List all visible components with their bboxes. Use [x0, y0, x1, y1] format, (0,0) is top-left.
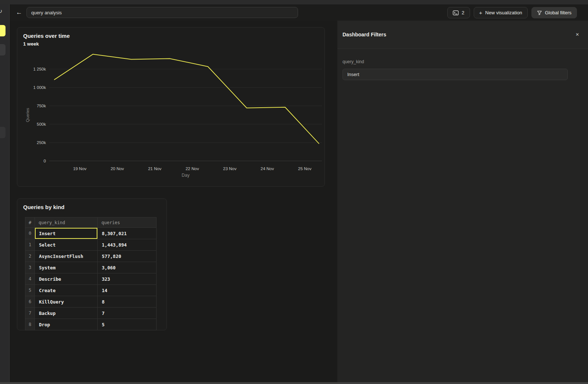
x-tick-label: 23 Nov: [223, 166, 237, 171]
row-index: 7: [25, 308, 35, 319]
filter-field-label: query_kind: [343, 59, 583, 64]
x-tick-label: 25 Nov: [298, 166, 312, 171]
global-filters-button[interactable]: Global filters: [531, 7, 577, 18]
dashboard-title-input[interactable]: [26, 7, 298, 18]
sidebar-item-active[interactable]: [0, 25, 6, 36]
close-icon[interactable]: ✕: [576, 32, 579, 37]
console-tab-count: 2: [462, 10, 464, 15]
new-visualization-button[interactable]: + New visualization: [474, 7, 528, 18]
cell-queries[interactable]: 323: [98, 273, 157, 285]
cell-query-kind[interactable]: Drop: [35, 319, 98, 330]
filter-funnel-icon: [537, 10, 542, 15]
table-panel-queries-by-kind: Queries by kind #query_kindqueries 0Inse…: [17, 198, 167, 330]
table-row: 4Describe323: [25, 273, 157, 285]
x-tick-label: 20 Nov: [111, 166, 124, 171]
table-row: 3System3,060: [25, 262, 157, 273]
y-tick-label: 250k: [37, 140, 46, 145]
row-index: 0: [25, 228, 35, 239]
dashboard-filters-panel: Dashboard Filters ✕ query_kind: [337, 21, 588, 382]
filters-panel-body: query_kind: [337, 49, 588, 90]
y-tick-label: 0: [44, 159, 46, 163]
y-tick-label: 1 000k: [33, 85, 46, 90]
sidebar-sliver: ↻: [0, 4, 10, 382]
row-index: 5: [25, 285, 35, 296]
table-row: 2AsyncInsertFlush577,820: [25, 251, 157, 262]
window-bottom-edge: [0, 382, 588, 384]
table-row: 5Create14: [25, 285, 157, 296]
row-index: 6: [25, 296, 35, 308]
chart-panel-queries-over-time: Queries over time 1 week 0250k500k750k1 …: [17, 27, 325, 187]
cell-queries[interactable]: 1,443,894: [98, 239, 157, 251]
console-icon: [453, 10, 459, 15]
x-tick-label: 24 Nov: [261, 166, 274, 171]
cell-queries[interactable]: 3,060: [98, 262, 157, 273]
topbar-actions: 2 + New visualization Global filters: [447, 7, 577, 18]
row-index: 1: [25, 239, 35, 251]
queries-line-chart[interactable]: 0250k500k750k1 000k1 250k19 Nov20 Nov21 …: [17, 28, 325, 186]
dashboard-canvas: Queries over time 1 week 0250k500k750k1 …: [10, 21, 337, 382]
column-header-index: #: [25, 218, 35, 228]
cell-queries[interactable]: 5: [98, 319, 157, 330]
x-tick-label: 19 Nov: [73, 166, 87, 171]
table-row: 6KillQuery8: [25, 296, 157, 308]
row-index: 8: [25, 319, 35, 330]
cell-queries[interactable]: 8: [98, 296, 157, 308]
cell-queries[interactable]: 8,307,021: [98, 228, 157, 239]
cell-query-kind[interactable]: Select: [35, 239, 98, 251]
history-refresh-icon[interactable]: ↻: [0, 8, 2, 14]
plus-icon: +: [479, 10, 483, 15]
results-table: #query_kindqueries 0Insert8,307,0211Sele…: [25, 217, 157, 330]
filters-panel-header: Dashboard Filters ✕: [337, 21, 588, 49]
table-header-row: #query_kindqueries: [25, 218, 157, 228]
cell-query-kind[interactable]: KillQuery: [35, 296, 98, 308]
filter-query-kind-input[interactable]: [343, 69, 568, 80]
row-index: 2: [25, 251, 35, 262]
sidebar-item[interactable]: [0, 127, 6, 138]
table-row: 0Insert8,307,021: [25, 228, 157, 239]
topbar: ← 2 + New visualization Global filters: [10, 4, 588, 21]
row-index: 4: [25, 273, 35, 285]
y-axis-title: Queries: [25, 108, 30, 122]
console-tabs-button[interactable]: 2: [447, 7, 470, 18]
y-tick-label: 750k: [37, 104, 46, 108]
table-row: 7Backup7: [25, 308, 157, 319]
x-axis-title: Day: [182, 173, 189, 178]
table-row: 1Select1,443,894: [25, 239, 157, 251]
cell-queries[interactable]: 14: [98, 285, 157, 296]
cell-query-kind[interactable]: Describe: [35, 273, 98, 285]
row-index: 3: [25, 262, 35, 273]
cell-queries[interactable]: 577,820: [98, 251, 157, 262]
cell-query-kind-selected[interactable]: Insert: [35, 228, 98, 239]
table-row: 8Drop5: [25, 319, 157, 330]
sidebar-item[interactable]: [0, 44, 6, 55]
y-tick-label: 1 250k: [33, 67, 46, 71]
column-header-queries: queries: [98, 218, 157, 228]
cell-query-kind[interactable]: System: [35, 262, 98, 273]
series-line-queries: [54, 54, 319, 144]
x-tick-label: 22 Nov: [186, 166, 199, 171]
window-top-edge: [0, 0, 588, 4]
y-tick-label: 500k: [37, 122, 46, 126]
filters-panel-title: Dashboard Filters: [343, 32, 386, 37]
global-filters-label: Global filters: [545, 10, 571, 15]
cell-query-kind[interactable]: Create: [35, 285, 98, 296]
cell-query-kind[interactable]: Backup: [35, 308, 98, 319]
table-title: Queries by kind: [23, 204, 65, 210]
back-button[interactable]: ←: [15, 8, 24, 17]
new-visualization-label: New visualization: [485, 10, 522, 15]
cell-query-kind[interactable]: AsyncInsertFlush: [35, 251, 98, 262]
cell-queries[interactable]: 7: [98, 308, 157, 319]
x-tick-label: 21 Nov: [148, 166, 162, 171]
column-header-query_kind: query_kind: [35, 218, 98, 228]
